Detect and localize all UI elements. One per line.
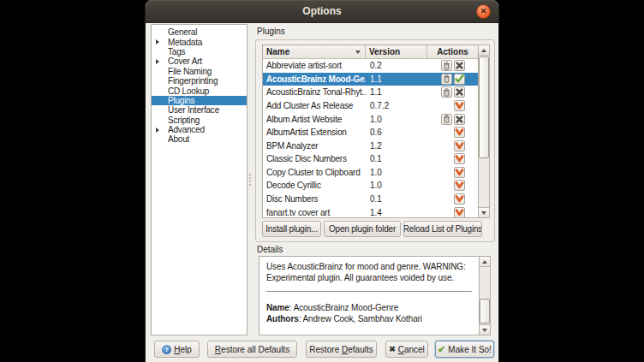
plugin-actions	[427, 140, 478, 151]
plugin-row[interactable]: Classic Disc Numbers0.1	[263, 152, 478, 166]
plugin-actions	[427, 74, 478, 85]
sort-indicator-icon	[355, 50, 361, 54]
plugin-row[interactable]: fanart.tv cover art1.4	[263, 205, 478, 217]
action-download-button[interactable]	[454, 180, 465, 191]
action-download-button[interactable]	[454, 193, 465, 205]
options-tree[interactable]: GeneralMetadataTagsCover ArtFile NamingF…	[151, 24, 247, 335]
plugin-row[interactable]: Add Cluster As Release0.7.2	[263, 99, 478, 113]
plugin-row[interactable]: BPM Analyzer1.2	[263, 139, 478, 152]
install-plugin-button[interactable]: Install plugin...	[262, 221, 321, 237]
open-plugin-folder-button[interactable]: Open plugin folder	[324, 221, 401, 237]
sidebar-item-label: Advanced	[168, 125, 205, 134]
action-download-button[interactable]	[454, 100, 465, 111]
plugin-table-scrollbar[interactable]	[478, 45, 489, 217]
action-download-button[interactable]	[454, 153, 465, 164]
scroll-down-button[interactable]	[479, 207, 489, 217]
plugin-row[interactable]: Decode Cyrillic1.0	[263, 179, 478, 193]
action-enabled-button[interactable]	[454, 74, 465, 85]
scroll-down-button[interactable]	[480, 324, 490, 335]
action-download-button[interactable]	[454, 207, 465, 217]
plugin-row[interactable]: Disc Numbers0.1	[263, 193, 478, 206]
plugin-row[interactable]: Album Artist Website1.0	[263, 112, 478, 126]
plugin-name: Disc Numbers	[263, 194, 366, 204]
restore-all-defaults-button[interactable]: Restore all Defaults	[207, 341, 297, 358]
sidebar-item-cd-lookup[interactable]: CD Lookup	[152, 86, 247, 95]
plugin-version: 1.0	[366, 168, 427, 177]
expand-arrow-icon[interactable]	[156, 59, 164, 64]
column-header-name[interactable]: Name	[263, 45, 366, 58]
plugin-version: 0.1	[366, 194, 427, 204]
scrollbar-thumb[interactable]	[479, 56, 489, 158]
plugin-name: Classic Disc Numbers	[263, 154, 366, 163]
plugin-row[interactable]: AcousticBrainz Tonal-Rhyt...1.1	[263, 86, 478, 99]
action-download-button[interactable]	[454, 140, 465, 151]
sidebar-item-cover-art[interactable]: Cover Art	[152, 56, 247, 66]
expand-arrow-icon[interactable]	[156, 39, 164, 45]
action-uninstall-button[interactable]	[441, 74, 452, 85]
column-header-version[interactable]: Version	[366, 45, 427, 58]
reload-list-of-plugins-button[interactable]: Reload List of Plugins	[403, 221, 482, 237]
action-disabled-button[interactable]	[454, 114, 465, 125]
splitter-handle[interactable]	[249, 174, 252, 187]
letterbox-background: Options ✕ GeneralMetadataTagsCover ArtFi…	[0, 0, 644, 362]
sidebar-item-metadata[interactable]: Metadata	[152, 37, 247, 46]
details-description: Uses AcousticBrainz for mood and genre. …	[266, 261, 475, 283]
cancel-button[interactable]: ✖Cancel	[385, 341, 428, 358]
action-uninstall-button[interactable]	[441, 60, 452, 71]
sidebar-item-user-interface[interactable]: User Interface	[152, 105, 247, 115]
sidebar-item-plugins[interactable]: Plugins	[152, 96, 247, 105]
uninstall-trash-icon	[443, 74, 450, 83]
column-header-actions[interactable]: Actions	[427, 45, 478, 58]
sidebar-item-fingerprinting[interactable]: Fingerprinting	[152, 76, 247, 86]
uninstall-trash-icon	[443, 115, 450, 123]
scroll-down-icon	[481, 211, 486, 215]
sidebar-item-file-naming[interactable]: File Naming	[152, 67, 247, 76]
sidebar-item-label: CD Lookup	[168, 86, 209, 96]
close-button[interactable]: ✕	[476, 4, 491, 19]
plugin-row[interactable]: AlbumArtist Extension0.6	[263, 126, 478, 139]
sidebar-item-label: Fingerprinting	[168, 76, 218, 86]
plugin-row[interactable]: Copy Cluster to Clipboard1.0	[263, 166, 478, 180]
sidebar-item-scripting[interactable]: Scripting	[152, 116, 247, 125]
action-uninstall-button[interactable]	[441, 86, 452, 98]
scroll-up-icon	[481, 49, 486, 52]
options-window: Options ✕ GeneralMetadataTagsCover ArtFi…	[146, 0, 498, 362]
title-bar[interactable]: Options ✕	[146, 0, 498, 23]
details-scrollbar[interactable]	[479, 257, 490, 335]
download-arrow-icon	[455, 155, 464, 163]
close-icon: ✕	[480, 8, 487, 15]
action-download-button[interactable]	[454, 167, 465, 178]
action-disabled-button[interactable]	[454, 60, 465, 71]
scroll-up-button[interactable]	[480, 257, 490, 267]
plugin-table: Name Version Actions Abbreviate artist-s…	[262, 45, 490, 218]
action-uninstall-button[interactable]	[441, 114, 452, 125]
plugin-version: 1.4	[366, 208, 427, 217]
make-it-so-button[interactable]: ✔Make It So!	[435, 341, 494, 358]
plugin-name: AcousticBrainz Mood-Ge...	[263, 74, 366, 84]
enabled-check-icon	[455, 74, 464, 83]
download-arrow-icon	[455, 169, 464, 176]
details-label: Details	[257, 245, 283, 254]
expand-arrow-icon[interactable]	[156, 128, 164, 133]
download-arrow-icon	[455, 181, 464, 189]
help-button[interactable]: ?Help	[154, 341, 200, 358]
plugin-table-header: Name Version Actions	[263, 45, 478, 59]
sidebar-item-advanced[interactable]: Advanced	[152, 125, 247, 134]
uninstall-trash-icon	[443, 88, 450, 97]
details-separator	[266, 291, 472, 292]
plugin-row[interactable]: AcousticBrainz Mood-Ge...1.1	[263, 73, 478, 86]
plugin-row[interactable]: Abbreviate artist-sort0.2	[263, 59, 478, 73]
sidebar-item-about[interactable]: About	[152, 134, 247, 144]
plugin-name: AlbumArtist Extension	[263, 128, 366, 137]
plugin-actions	[427, 207, 478, 217]
sidebar-item-general[interactable]: General	[152, 27, 247, 37]
restore-defaults-button[interactable]: Restore Defaults	[306, 341, 377, 358]
cancel-icon: ✖	[389, 345, 396, 353]
action-download-button[interactable]	[454, 127, 465, 138]
details-fields: Name: AcousticBrainz Mood-GenreAuthors: …	[266, 303, 475, 324]
scrollbar-thumb[interactable]	[480, 299, 490, 323]
action-disabled-button[interactable]	[454, 86, 465, 98]
download-arrow-icon	[455, 195, 464, 203]
sidebar-item-tags[interactable]: Tags	[152, 47, 247, 56]
scroll-up-button[interactable]	[479, 45, 489, 56]
